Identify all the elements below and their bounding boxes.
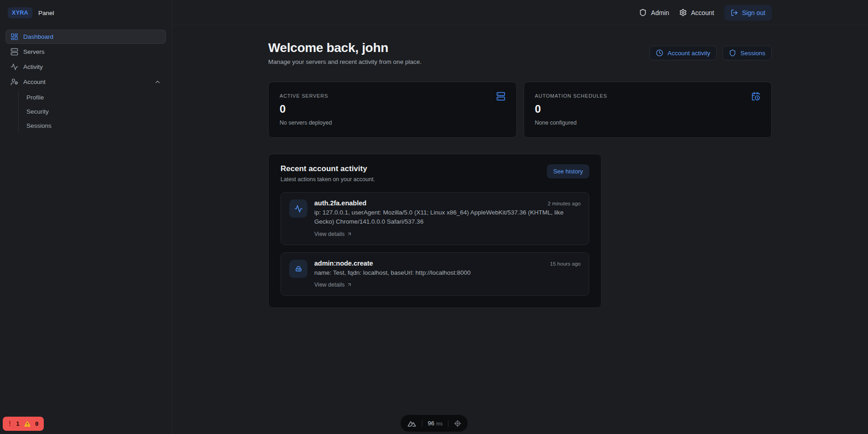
stat-card-automation-schedules: AUTOMATION SCHEDULES 0 None configured bbox=[524, 82, 772, 138]
warning-triangle-icon bbox=[24, 420, 31, 428]
divider bbox=[422, 420, 422, 427]
logout-icon bbox=[731, 9, 738, 16]
sidebar-item-sessions[interactable]: Sessions bbox=[19, 119, 166, 133]
activity-pulse-icon bbox=[289, 199, 307, 218]
topbar: Admin Account Sign out bbox=[172, 0, 868, 26]
calendar-clock-icon bbox=[751, 92, 760, 101]
stat-value: 0 bbox=[535, 103, 761, 115]
sidebar-item-servers[interactable]: Servers bbox=[5, 45, 166, 59]
view-details-link[interactable]: View details bbox=[314, 282, 352, 288]
divider bbox=[448, 420, 448, 427]
shield-icon bbox=[729, 49, 736, 57]
server-icon bbox=[496, 92, 505, 101]
stat-caption: None configured bbox=[535, 120, 761, 126]
layout-dashboard-icon bbox=[10, 33, 18, 41]
sidebar-account-submenu: Profile Security Sessions bbox=[18, 90, 166, 133]
account-button-label: Account bbox=[691, 9, 714, 16]
gear-icon bbox=[679, 9, 687, 16]
sidebar-item-label: Activity bbox=[23, 63, 43, 70]
see-history-button[interactable]: See history bbox=[547, 164, 589, 178]
page-subtitle: Manage your servers and recent activity … bbox=[268, 58, 421, 65]
account-activity-button[interactable]: Account activity bbox=[650, 46, 717, 60]
sidebar-item-security[interactable]: Security bbox=[19, 105, 166, 119]
recent-activity-subtitle: Latest actions taken on your account. bbox=[281, 176, 375, 183]
brand-product-name: Panel bbox=[38, 10, 54, 16]
page-header: Welcome back, john Manage your servers a… bbox=[268, 41, 772, 65]
devtools-toolbar[interactable]: 96 ms bbox=[400, 414, 468, 432]
activity-pulse-icon bbox=[10, 63, 18, 71]
activity-timestamp: 2 minutes ago bbox=[548, 201, 581, 206]
latency-indicator: 96 ms bbox=[428, 420, 442, 427]
activity-details: name: Test, fqdn: localhost, baseUrl: ht… bbox=[314, 268, 581, 277]
brand-logo: XYRA bbox=[8, 7, 32, 18]
stat-caption: No servers deployed bbox=[280, 120, 505, 126]
activity-event-name: admin:node.create bbox=[314, 260, 373, 267]
devtools-error-badge[interactable]: ! 1 0 bbox=[3, 417, 44, 431]
stat-value: 0 bbox=[280, 103, 505, 115]
view-details-label: View details bbox=[314, 231, 344, 237]
admin-button-label: Admin bbox=[651, 9, 669, 16]
sessions-button-label: Sessions bbox=[740, 50, 765, 57]
arrow-up-right-icon bbox=[347, 282, 352, 288]
server-icon bbox=[10, 48, 18, 56]
sidebar-item-label: Account bbox=[23, 78, 46, 85]
hard-drive-icon bbox=[289, 260, 307, 278]
sidebar-item-label: Dashboard bbox=[23, 33, 53, 40]
sessions-button[interactable]: Sessions bbox=[722, 46, 772, 60]
chevron-up-icon[interactable] bbox=[154, 78, 161, 85]
activity-event-name: auth.2fa.enabled bbox=[314, 199, 366, 207]
activity-details: ip: 127.0.0.1, userAgent: Mozilla/5.0 (X… bbox=[314, 208, 581, 227]
activity-item: auth.2fa.enabled 2 minutes ago ip: 127.0… bbox=[281, 192, 589, 245]
page-title: Welcome back, john bbox=[268, 41, 421, 55]
error-count: 1 bbox=[16, 420, 20, 427]
signout-button[interactable]: Sign out bbox=[724, 5, 772, 21]
sidebar-item-label: Servers bbox=[23, 48, 45, 55]
recent-activity-title: Recent account activity bbox=[281, 164, 375, 173]
stat-label: ACTIVE SERVERS bbox=[280, 92, 328, 99]
warning-count: 0 bbox=[35, 420, 39, 427]
latency-unit: ms bbox=[436, 421, 442, 426]
stats-grid: ACTIVE SERVERS 0 No servers deployed AUT… bbox=[268, 82, 772, 138]
main-area: Admin Account Sign out Welcome back, joh… bbox=[172, 0, 868, 434]
account-button[interactable]: Account bbox=[679, 9, 714, 16]
user-cog-icon bbox=[10, 78, 18, 86]
stat-label: AUTOMATION SCHEDULES bbox=[535, 92, 608, 99]
sidebar-item-profile[interactable]: Profile bbox=[19, 90, 166, 105]
stat-card-active-servers: ACTIVE SERVERS 0 No servers deployed bbox=[268, 82, 517, 138]
sidebar: XYRA Panel Dashboard Servers Activity bbox=[0, 0, 172, 434]
signout-button-label: Sign out bbox=[742, 9, 765, 16]
account-activity-button-label: Account activity bbox=[667, 50, 710, 57]
view-details-label: View details bbox=[314, 282, 344, 288]
clock-icon bbox=[656, 49, 663, 57]
view-details-link[interactable]: View details bbox=[314, 231, 352, 237]
arrow-up-right-icon bbox=[347, 231, 352, 237]
sidebar-item-dashboard[interactable]: Dashboard bbox=[5, 30, 166, 44]
sidebar-item-account[interactable]: Account bbox=[5, 75, 166, 89]
locate-icon[interactable] bbox=[454, 420, 461, 427]
brand: XYRA Panel bbox=[0, 0, 172, 26]
recent-activity-card: Recent account activity Latest actions t… bbox=[268, 154, 602, 308]
activity-item: admin:node.create 15 hours ago name: Tes… bbox=[281, 252, 589, 296]
page-content: Welcome back, john Manage your servers a… bbox=[172, 26, 868, 434]
admin-button[interactable]: Admin bbox=[639, 9, 669, 16]
activity-list: auth.2fa.enabled 2 minutes ago ip: 127.0… bbox=[281, 192, 589, 296]
exclamation-icon: ! bbox=[8, 420, 12, 428]
shield-icon bbox=[639, 9, 647, 16]
nuxt-logo-icon[interactable] bbox=[407, 420, 416, 427]
activity-timestamp: 15 hours ago bbox=[550, 261, 581, 267]
sidebar-item-activity[interactable]: Activity bbox=[5, 60, 166, 74]
latency-value: 96 bbox=[428, 420, 434, 427]
sidebar-nav: Dashboard Servers Activity Account bbox=[0, 26, 172, 133]
